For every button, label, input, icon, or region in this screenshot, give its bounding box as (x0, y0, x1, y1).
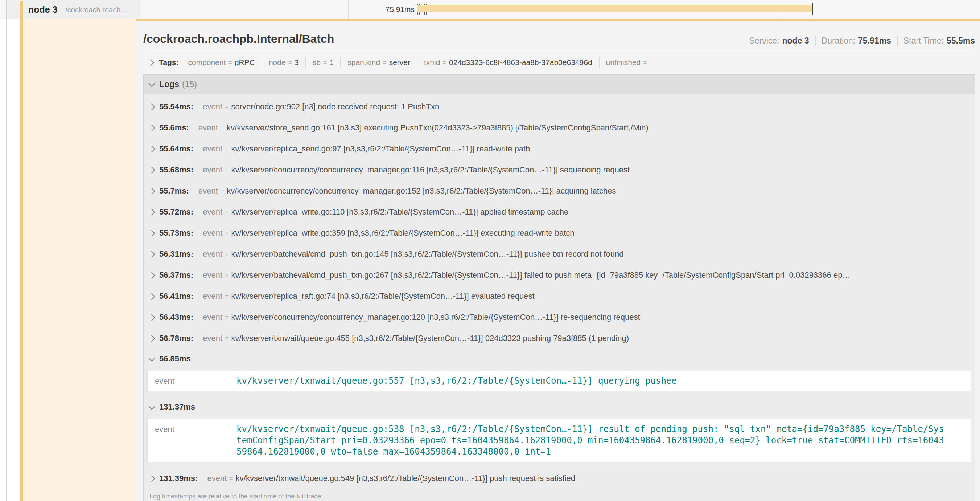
equals-sign: = (221, 124, 224, 132)
span-duration-label: 75.91ms (363, 0, 415, 19)
log-entry-row[interactable]: 55.54ms: event = server/node.go:902 [n3]… (144, 96, 975, 117)
log-timestamp: 55.73ms: (159, 228, 193, 238)
trace-page: { "colors": { "accent": "#f1ca7f", "bar"… (0, 0, 980, 501)
meta-separator (897, 35, 898, 46)
chevron-down-icon[interactable] (148, 403, 155, 410)
equals-sign: = (225, 230, 229, 237)
chevron-down-icon[interactable] (148, 80, 155, 87)
tag-value: gRPC (235, 58, 255, 67)
log-value: kv/kvserver/concurrency/concurrency_mana… (231, 313, 967, 322)
chevron-right-icon[interactable] (148, 272, 155, 278)
chevron-right-icon[interactable] (148, 251, 155, 257)
chevron-right-icon[interactable] (148, 188, 155, 194)
equals-sign: = (225, 208, 229, 216)
chevron-down-icon[interactable] (148, 355, 155, 361)
logs-title: Logs (159, 80, 179, 89)
log-value: kv/kvserver/replica_write.go:110 [n3,s3,… (231, 207, 967, 217)
log-event-box: event kv/kvserver/txnwait/queue.go:557 [… (147, 371, 971, 391)
log-entry-row[interactable]: 56.41ms: event = kv/kvserver/replica_raf… (144, 286, 975, 307)
chevron-right-icon[interactable] (148, 124, 155, 131)
tag-key: node (269, 58, 286, 67)
equals-sign: = (323, 59, 327, 67)
tag-key: sb (313, 58, 321, 67)
chevron-right-icon[interactable] (148, 104, 155, 110)
log-entry-expanded-toggle[interactable]: 56.85ms (144, 349, 975, 369)
span-operation-name[interactable]: /cockroach.roach… (65, 0, 128, 19)
log-event-box: event kv/kvserver/txnwait/queue.go:538 [… (147, 419, 971, 462)
log-entry-row[interactable]: 56.43ms: event = kv/kvserver/concurrency… (144, 307, 975, 328)
log-key: event (203, 165, 222, 175)
span-row[interactable]: node 3 /cockroach.roach… 75.91ms (0, 0, 980, 19)
log-entry-row[interactable]: 56.31ms: event = kv/kvserver/batcheval/c… (144, 244, 975, 265)
log-entry-row[interactable]: 131.39ms: event = kv/kvserver/txnwait/qu… (144, 468, 975, 489)
log-timestamp: 56.85ms (159, 354, 191, 364)
log-value: kv/kvserver/concurrency/concurrency_mana… (227, 186, 967, 196)
chevron-right-icon[interactable] (148, 293, 155, 300)
tag-item: txnid = 024d3323-6c8f-4863-aa8b-37ab0e63… (417, 57, 599, 68)
log-timestamp: 55.54ms: (159, 102, 193, 112)
chevron-right-icon[interactable] (148, 314, 155, 321)
logs-accordion: Logs (15) 55.54ms: event = server/node.g… (143, 74, 975, 501)
log-entry-row[interactable]: 55.73ms: event = kv/kvserver/replica_wri… (144, 223, 975, 244)
equals-sign: = (383, 59, 387, 67)
equals-sign: = (225, 145, 229, 153)
span-accent-strip (20, 2, 23, 501)
log-key: event (203, 144, 222, 153)
tag-value: server (389, 58, 410, 67)
tag-item: component = gRPC (181, 57, 261, 68)
service-label: Service: (749, 36, 779, 46)
chevron-right-icon[interactable] (148, 145, 155, 152)
log-entry-row[interactable]: 55.68ms: event = kv/kvserver/concurrency… (144, 160, 975, 180)
log-entry-row[interactable]: 55.6ms: event = kv/kvserver/store_send.g… (144, 117, 975, 138)
logs-body: 55.54ms: event = server/node.go:902 [n3]… (144, 94, 975, 501)
log-key: event (203, 292, 222, 301)
chevron-right-icon[interactable] (148, 209, 155, 215)
log-entry-row[interactable]: 55.72ms: event = kv/kvserver/replica_wri… (144, 201, 975, 223)
log-timestamp: 55.64ms: (159, 144, 193, 153)
span-detail-header[interactable]: /cockroach.roachpb.Internal/Batch Servic… (143, 32, 975, 46)
log-timestamp: 131.39ms: (159, 474, 198, 483)
log-value: kv/kvserver/txnwait/queue.go:455 [n3,s3,… (231, 333, 967, 343)
chevron-right-icon[interactable] (148, 167, 155, 173)
equals-sign: = (225, 166, 229, 174)
tag-value: 3 (294, 58, 299, 67)
log-key: event (203, 270, 222, 280)
equals-sign: = (228, 59, 232, 67)
tag-key: unfinished (606, 58, 641, 67)
log-entry-row[interactable]: 55.64ms: event = kv/kvserver/replica_sen… (144, 138, 975, 160)
event-key: event (155, 375, 237, 386)
tag-item: node = 3 (261, 57, 305, 68)
tag-list: component = gRPC node = 3 sb = 1 span.ki… (181, 57, 656, 68)
chevron-right-icon[interactable] (147, 59, 154, 66)
log-key: event (207, 474, 227, 483)
equals-sign: = (229, 475, 233, 482)
log-value: kv/kvserver/batcheval/cmd_push_txn.go:14… (231, 249, 967, 259)
tag-value: 024d3323-6c8f-4863-aa8b-37ab0e63496d (449, 58, 592, 67)
event-value: kv/kvserver/txnwait/queue.go:557 [n3,s3,… (237, 375, 677, 387)
log-timestamp: 56.31ms: (159, 249, 193, 259)
chevron-right-icon[interactable] (148, 230, 155, 236)
log-value: kv/kvserver/store_send.go:161 [n3,s3] ex… (227, 123, 967, 132)
log-timestamp: 55.72ms: (159, 207, 193, 217)
equals-sign: = (221, 187, 224, 195)
span-duration-bar[interactable] (417, 5, 813, 12)
meta-separator (815, 35, 816, 46)
span-service-name[interactable]: node 3 (28, 0, 58, 19)
equals-sign: = (225, 271, 229, 279)
tags-label: Tags: (159, 58, 178, 67)
log-entry-row[interactable]: 56.37ms: event = kv/kvserver/batcheval/c… (144, 265, 975, 286)
equals-sign: = (442, 59, 447, 67)
equals-sign: = (225, 250, 229, 258)
log-entry-expanded-toggle[interactable]: 131.37ms (144, 397, 975, 417)
column-resize-divider[interactable] (348, 0, 349, 19)
chevron-right-icon[interactable] (148, 475, 155, 482)
log-entry-row[interactable]: 56.78ms: event = kv/kvserver/txnwait/que… (144, 328, 975, 349)
log-entry-row[interactable]: 55.7ms: event = kv/kvserver/concurrency/… (144, 180, 975, 201)
chevron-right-icon[interactable] (148, 335, 155, 341)
page-title: /cockroach.roachpb.Internal/Batch (143, 32, 334, 46)
tag-item: span.kind = server (340, 57, 417, 68)
logs-accordion-toggle[interactable]: Logs (15) (144, 75, 975, 94)
tags-accordion-toggle[interactable]: Tags: component = gRPC node = 3 sb = 1 s… (143, 52, 975, 73)
span-meta: Service:node 3 Duration:75.91ms Start Ti… (749, 35, 975, 46)
log-timestamp: 56.37ms: (159, 270, 193, 280)
